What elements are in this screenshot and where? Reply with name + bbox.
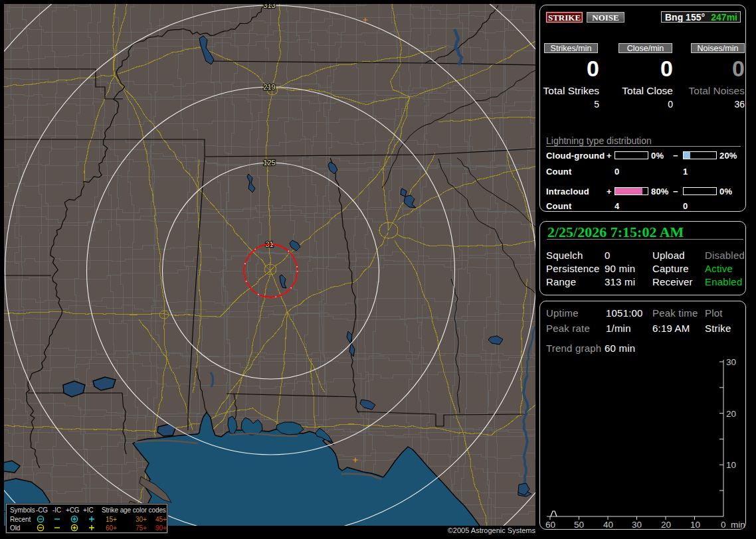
svg-text:10: 10 <box>690 520 700 530</box>
svg-text:313: 313 <box>263 4 275 9</box>
svg-text:10: 10 <box>726 460 736 470</box>
svg-text:20: 20 <box>661 520 671 530</box>
svg-text:0: 0 <box>721 520 726 530</box>
svg-text:min: min <box>731 520 745 530</box>
svg-text:40: 40 <box>603 520 613 530</box>
svg-text:30: 30 <box>726 357 736 367</box>
svg-text:20: 20 <box>726 409 736 419</box>
svg-text:125: 125 <box>263 159 275 167</box>
svg-text:219: 219 <box>263 83 275 91</box>
svg-text:60: 60 <box>545 520 555 530</box>
svg-text:50: 50 <box>574 520 584 530</box>
svg-text:30: 30 <box>632 520 642 530</box>
